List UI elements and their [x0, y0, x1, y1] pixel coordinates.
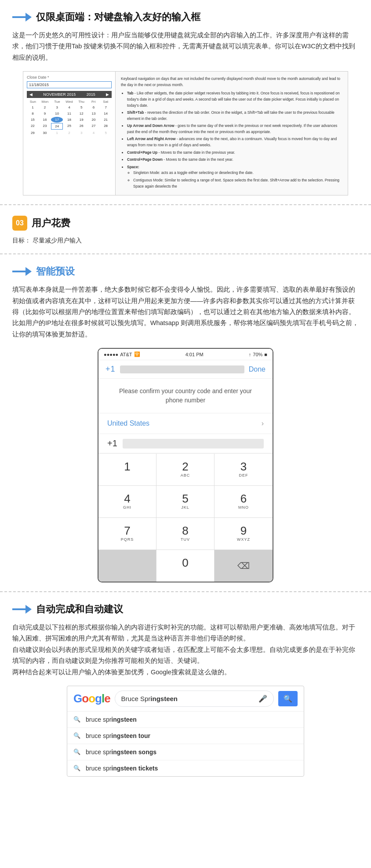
arrow-icon	[12, 12, 32, 22]
google-suggestion-2[interactable]: 🔍 bruce springsteen tour	[67, 728, 304, 744]
cal-cell[interactable]: 22	[27, 123, 39, 130]
cal-cell[interactable]: 21	[100, 117, 112, 123]
cal-day-fri: Fri	[87, 100, 100, 104]
phone-country-code: +1	[107, 438, 117, 448]
text-panel-subitem: Contiguous Mode: Similar to selecting a …	[133, 177, 342, 189]
cal-cell-today[interactable]: 17	[51, 117, 63, 123]
cal-cell[interactable]: 7	[100, 105, 112, 110]
cal-cell[interactable]: 19	[76, 117, 87, 123]
cal-day-sun: Sun	[27, 100, 39, 104]
google-suggestion-1[interactable]: 🔍 bruce springsteen	[67, 712, 304, 728]
phone-done-button[interactable]: Done	[249, 365, 266, 373]
cal-cell[interactable]: 8	[27, 111, 39, 116]
cal-cell[interactable]: 15	[27, 117, 39, 123]
svg-rect-0	[12, 16, 26, 18]
keyboard-nav-text-panel: Keyboard navigation on days that are not…	[116, 72, 348, 195]
cal-cell-selected[interactable]: 24	[51, 123, 63, 130]
cal-cell[interactable]: 25	[63, 123, 75, 130]
section-autocomplete: 自动完成和自动建议 自动完成是以下拉框的形式根据你输入的内容进行实时补完的功能。…	[0, 592, 371, 785]
keypad-empty	[98, 550, 156, 582]
phone-country-row[interactable]: United States ›	[98, 413, 273, 434]
cal-cell[interactable]: 1	[27, 105, 39, 110]
cal-cell[interactable]: 5	[76, 105, 87, 110]
keypad-9[interactable]: 9 WXYZ	[215, 518, 273, 550]
section-desktop-keyboard: 仅限桌面端：对键盘输入友好的输入框 这是一个历史悠久的可用性设计：用户应当能够仅…	[0, 0, 371, 205]
text-panel-intro: Keyboard navigation on days that are not…	[121, 76, 342, 88]
keypad-2[interactable]: 2 ABC	[156, 454, 215, 486]
cal-cell-other: 3	[76, 130, 87, 136]
google-search-button[interactable]: 🔍	[278, 691, 298, 706]
cal-cell[interactable]: 18	[63, 117, 75, 123]
section1-title: 仅限桌面端：对键盘输入友好的输入框	[36, 11, 200, 24]
keypad-8[interactable]: 8 TUV	[156, 518, 215, 550]
keypad-4[interactable]: 4 GHI	[98, 486, 156, 518]
suggestion-search-icon: 🔍	[73, 716, 80, 723]
cal-cell[interactable]: 3	[51, 105, 63, 110]
phone-mockup: ●●●●● AT&T 🛜 4:01 PM ↑ 70% ■ +1 Done Ple…	[98, 348, 273, 582]
cal-cell[interactable]: 2	[39, 105, 51, 110]
text-panel-list: Tab - Like other widgets, the date picke…	[121, 90, 342, 189]
cal-close-header: Close Date *	[27, 75, 112, 80]
cal-cell-other: 1	[51, 130, 63, 136]
svg-marker-3	[25, 267, 32, 276]
section4-title: 自动完成和自动建议	[36, 603, 123, 616]
section3-title: 智能预设	[36, 265, 75, 278]
google-suggestion-4[interactable]: 🔍 bruce springsteen tickets	[67, 760, 304, 776]
keypad-7[interactable]: 7 PQRS	[98, 518, 156, 550]
cal-cell[interactable]: 9	[39, 111, 51, 116]
cal-cell[interactable]: 28	[100, 123, 112, 130]
google-search-input-wrap[interactable]: Bruce Springsteen 🎤	[115, 691, 274, 707]
cal-cell[interactable]: 23	[39, 123, 51, 130]
cal-grid: 1 2 3 4 5 6 7 8 9 10 11 12 13 14 15 16 1…	[27, 105, 112, 136]
search-non-bold: Bruce Spr	[121, 695, 151, 702]
phone-number-input[interactable]	[123, 439, 264, 448]
cal-cell[interactable]: 16	[39, 117, 51, 123]
keypad-3[interactable]: 3 DEF	[215, 454, 273, 486]
cal-days-header: Sun Mon Tue Wed Thu Fri Sat	[27, 100, 112, 104]
section3-body: 填写表单本身就是一件苦差事，绝大多数时候它都不会变得令人愉悦。因此，许多需要填写…	[12, 284, 359, 340]
cal-cell[interactable]: 13	[88, 111, 100, 116]
section2-title-row: 03 用户花费	[12, 216, 359, 231]
cal-cell-other: 4	[88, 130, 100, 136]
phone-number-blurred[interactable]	[120, 365, 244, 373]
suggestion-search-icon: 🔍	[73, 765, 80, 771]
cal-cell[interactable]: 27	[88, 123, 100, 130]
suggestion-text: bruce springsteen	[86, 716, 137, 723]
suggestion-search-icon: 🔍	[73, 749, 80, 755]
text-panel-subitem: Singleton Mode: acts as a toggle either …	[133, 170, 342, 176]
cal-cell[interactable]: 26	[76, 123, 87, 130]
suggestion-text: bruce springsteen tickets	[86, 765, 158, 772]
cal-cell[interactable]: 4	[63, 105, 75, 110]
cal-cell[interactable]: 29	[27, 130, 39, 136]
cal-cell[interactable]: 14	[100, 111, 112, 116]
keypad-1[interactable]: 1	[98, 454, 156, 486]
keypad-0[interactable]: 0	[156, 550, 215, 582]
phone-status-left: ●●●●● AT&T 🛜	[104, 351, 140, 357]
section3-title-row: 智能预设	[12, 265, 359, 278]
text-panel-item: Control+Page Down - Moves to the same da…	[127, 157, 342, 163]
cal-cell[interactable]: 30	[39, 130, 51, 136]
cal-date-input[interactable]: 11/18/2015	[27, 81, 112, 88]
google-search-bar: Google Bruce Springsteen 🎤 🔍	[67, 686, 304, 712]
cal-next-btn[interactable]: ▶	[106, 92, 109, 97]
cal-cell[interactable]: 6	[88, 105, 100, 110]
text-panel-item: Space: Singleton Mode: acts as a toggle …	[127, 164, 342, 189]
cal-cell[interactable]: 10	[51, 111, 63, 116]
cal-prev-btn[interactable]: ◀	[29, 92, 33, 97]
cal-cell[interactable]: 11	[63, 111, 75, 116]
keypad-backspace[interactable]: ⌫	[215, 550, 273, 582]
phone-input-prefix: +1	[105, 365, 116, 374]
text-panel-item: Left Arrow and Right Arrow - advances on…	[127, 136, 342, 148]
keypad-6[interactable]: 6 MNO	[215, 486, 273, 518]
section2-title: 用户花费	[32, 217, 70, 230]
section3-arrow-icon	[12, 266, 32, 277]
cal-cell[interactable]: 20	[88, 117, 100, 123]
battery-percent: 70%	[253, 352, 262, 357]
keypad-5[interactable]: 5 JKL	[156, 486, 215, 518]
microphone-icon[interactable]: 🎤	[258, 694, 267, 703]
section-user-cost: 03 用户花费 目标： 尽量减少用户输入	[0, 205, 371, 254]
google-suggestion-3[interactable]: 🔍 bruce springsteen songs	[67, 744, 304, 760]
search-icon: 🔍	[284, 695, 292, 702]
cal-day-thu: Thu	[75, 100, 87, 104]
cal-cell[interactable]: 12	[76, 111, 87, 116]
